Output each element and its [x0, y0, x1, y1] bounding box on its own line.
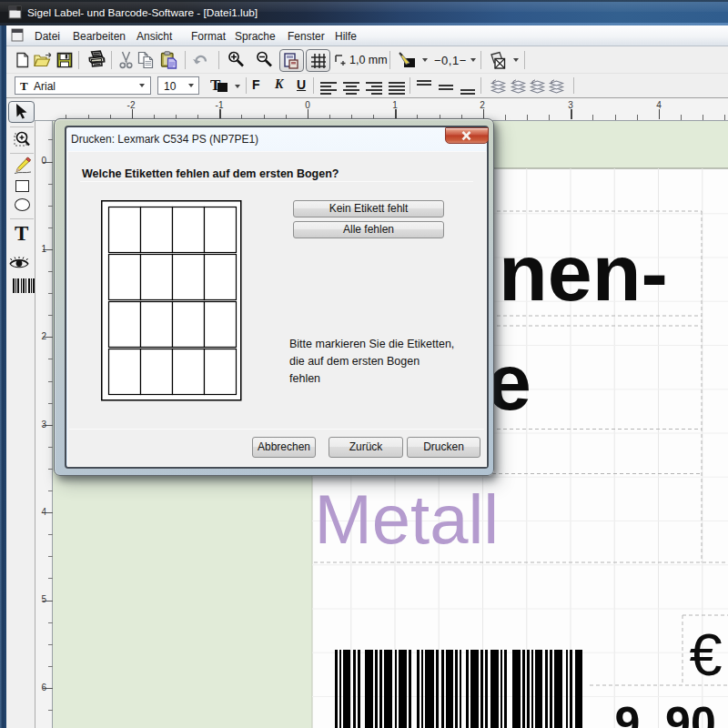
- svg-text:€: €: [690, 622, 723, 688]
- svg-text:9, 90: 9, 90: [615, 698, 716, 728]
- svg-text:Metall: Metall: [315, 480, 500, 558]
- svg-text:nen-: nen-: [499, 228, 668, 318]
